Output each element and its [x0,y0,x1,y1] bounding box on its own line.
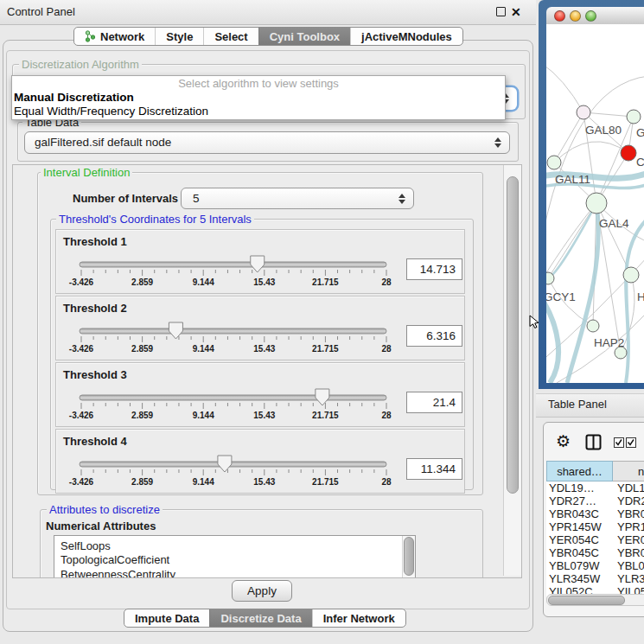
network-node-gal11[interactable] [547,156,561,169]
select-columns-icon[interactable] [614,437,638,449]
cell-shared-name: YBR045C [546,546,613,559]
cell-name: YDR27 [613,494,644,507]
svg-text:28: 28 [381,411,392,420]
attribute-item-betweennesscentrality[interactable]: BetweennessCentrality [54,568,415,578]
float-window-icon[interactable] [496,7,506,16]
slider-thumb[interactable] [169,322,182,339]
threshold-slider[interactable]: -3.4262.8599.14415.4321.71528 [63,322,397,358]
numerical-attributes-list[interactable]: SelfLoopsTopologicalCoefficientBetweenne… [54,535,416,578]
combo-arrows-icon [494,137,501,149]
table-data-combobox[interactable]: galFiltered.sif default node [24,131,510,154]
table-hscrollbar-thumb[interactable] [548,596,625,605]
minimize-traffic-light[interactable] [570,10,581,22]
attribute-item-topologicalcoefficient[interactable]: TopologicalCoefficient [54,553,415,567]
table-horizontal-scrollbar[interactable] [546,594,644,606]
svg-text:28: 28 [381,344,392,354]
tab-discretize-data[interactable]: Discretize Data [209,609,311,627]
bottom-tab-bar: Impute DataDiscretize DataInfer Network [124,609,406,628]
tab-label: Impute Data [135,612,199,625]
app-root: Control Panel ✕ NetworkStyleSelectCyni T… [0,0,644,644]
tab-impute-data[interactable]: Impute Data [124,609,209,627]
tab-label: Discretize Data [220,612,301,625]
threshold-value-field[interactable]: 21.4 [406,392,462,413]
network-node-ga[interactable] [627,110,641,124]
table-row[interactable]: YDR27…YDR27 [546,494,644,507]
cell-name: YLR345W [613,572,644,585]
table-rows: YDL19…YDL19YDR27…YDR27YBR043CYBR043CYPR1… [546,481,644,596]
table-row[interactable]: YBL079WYBL079W [546,559,644,572]
cell-shared-name: YER054C [546,533,613,546]
tab-label: Infer Network [323,612,395,625]
number-of-intervals-spinner[interactable]: 5 [181,188,414,209]
split-columns-icon[interactable] [585,434,603,451]
tab-label: Style [166,30,193,43]
tab-jactivemnodules[interactable]: jActiveMNodules [350,28,462,45]
popup-option-manual-discretization[interactable]: Manual Discretization [14,91,134,105]
threshold-panel-4: Threshold 4-3.4262.8599.14415.4321.71528… [55,429,465,494]
threshold-slider[interactable]: -3.4262.8599.14415.4321.71528 [63,255,397,291]
popup-option-equal-width-frequency[interactable]: Equal Width/Frequency Discretization [14,105,208,118]
attributes-group-label: Attributes to discretize [47,503,163,516]
algorithm-popup: Select algorithm to view settings Manual… [11,75,506,120]
network-node-gal80[interactable] [577,105,590,119]
tab-infer-network[interactable]: Infer Network [312,609,405,627]
tab-label: Cyni Toolbox [270,30,340,43]
tab-cyni-toolbox[interactable]: Cyni Toolbox [258,28,350,45]
network-graph: GAL80GACGAL11GAL4GCY1HHAP2 [546,24,644,383]
svg-text:2.859: 2.859 [131,477,153,487]
threshold-title: Threshold 4 [63,435,127,448]
attributes-list-scrollbar[interactable] [402,536,415,578]
threshold-value-field[interactable]: 6.316 [406,325,462,347]
attributes-list-scrollbar-thumb[interactable] [404,537,414,576]
network-node-hap2[interactable] [587,320,599,332]
threshold-slider[interactable]: -3.4262.8599.14415.4321.71528 [63,455,397,491]
node-label: H [637,290,644,303]
svg-text:-3.426: -3.426 [69,277,94,287]
network-node-gal4[interactable] [586,193,607,214]
slider-thumb[interactable] [218,456,232,472]
cell-name: YBR045C [613,546,644,559]
tab-network[interactable]: Network [74,28,155,45]
column-header-shared[interactable]: shared… [546,461,613,481]
tab-style[interactable]: Style [155,28,203,45]
threshold-value-field[interactable]: 11.344 [406,458,462,480]
close-icon[interactable]: ✕ [511,3,525,21]
threshold-title: Threshold 2 [63,302,127,315]
zoom-traffic-light[interactable] [585,10,596,22]
cell-name: YBL079W [613,559,644,572]
svg-text:21.715: 21.715 [312,411,339,420]
apply-button[interactable]: Apply [232,580,292,602]
svg-text:2.859: 2.859 [131,411,153,420]
settings-scrollbar-thumb[interactable] [507,176,519,494]
svg-text:2.859: 2.859 [131,344,153,354]
slider-thumb[interactable] [316,389,329,405]
attribute-item-selfloops[interactable]: SelfLoops [54,539,415,553]
network-node-gcy1[interactable] [546,272,554,284]
svg-text:-3.426: -3.426 [69,411,94,420]
network-window-titlebar[interactable] [546,7,644,25]
number-of-intervals-value: 5 [193,188,200,208]
table-row[interactable]: YLR345WYLR345W [546,572,644,585]
node-label: GCY1 [546,290,576,303]
table-row[interactable]: YER054CYER054C [546,533,644,546]
cell-shared-name: YPR145W [546,520,613,533]
svg-text:15.43: 15.43 [253,477,275,487]
cell-shared-name: YLR345W [546,572,613,585]
network-canvas[interactable]: GAL80GACGAL11GAL4GCY1HHAP2 [546,24,644,383]
column-header-name[interactable]: name [613,461,644,481]
table-row[interactable]: YBR045CYBR045C [546,546,644,559]
network-node-c[interactable] [621,145,636,161]
tab-select[interactable]: Select [203,28,258,45]
settings-vertical-scrollbar[interactable] [503,165,521,576]
gear-icon[interactable]: ⚙ [556,432,571,451]
threshold-value-field[interactable]: 14.713 [406,258,462,280]
threshold-slider[interactable]: -3.4262.8599.14415.4321.71528 [63,388,397,424]
svg-text:28: 28 [381,277,392,287]
table-row[interactable]: YBR043CYBR043C [546,507,644,520]
table-row[interactable]: YPR145WYPR145W [546,520,644,533]
table-row[interactable]: YDL19…YDL19 [546,481,644,494]
close-traffic-light[interactable] [554,10,565,22]
cell-name: YER054C [613,533,644,546]
spinner-arrows-icon [399,193,405,205]
network-node-h[interactable] [623,267,639,283]
